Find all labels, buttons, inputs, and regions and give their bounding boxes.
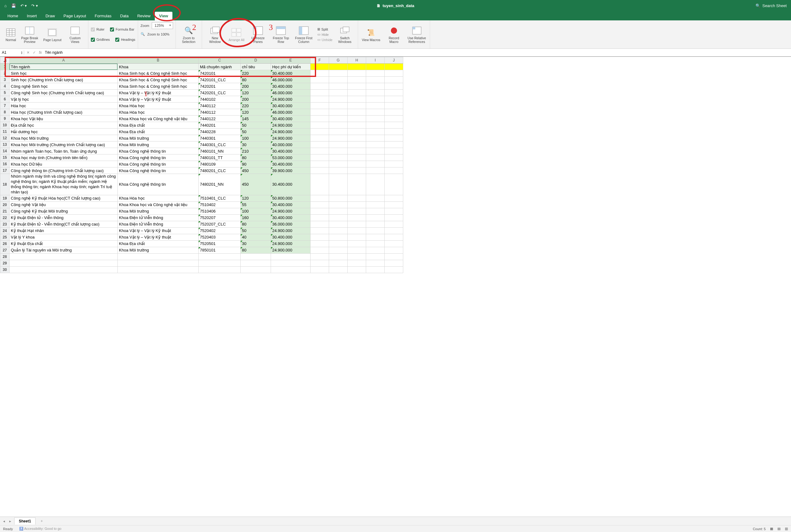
menu-tab-data[interactable]: Data xyxy=(116,12,133,20)
cell[interactable] xyxy=(329,266,347,273)
cell[interactable] xyxy=(347,168,366,174)
cell[interactable] xyxy=(347,77,366,83)
cell[interactable] xyxy=(366,161,385,168)
cell[interactable] xyxy=(310,221,329,227)
formula-input[interactable]: Tên ngành xyxy=(45,50,62,55)
cell[interactable] xyxy=(310,96,329,102)
cell[interactable] xyxy=(310,208,329,214)
cell[interactable] xyxy=(366,221,385,227)
cell[interactable]: Tên ngành xyxy=(10,64,118,70)
cell[interactable] xyxy=(347,109,366,116)
cell[interactable] xyxy=(347,154,366,161)
cell[interactable]: Hóa học xyxy=(10,102,118,109)
cell[interactable] xyxy=(385,214,403,221)
column-header-E[interactable]: E xyxy=(271,57,310,64)
cell[interactable]: Khoa Sinh học & Công nghệ Sinh học xyxy=(118,77,199,83)
column-header-F[interactable]: F xyxy=(310,57,329,64)
cell[interactable] xyxy=(329,195,347,202)
cell[interactable] xyxy=(329,214,347,221)
cell[interactable]: 7480201_NN xyxy=(199,174,241,195)
cell[interactable]: 120 xyxy=(241,90,271,96)
cell[interactable] xyxy=(347,174,366,195)
cell[interactable] xyxy=(385,116,403,122)
cell[interactable] xyxy=(310,102,329,109)
cell[interactable] xyxy=(366,109,385,116)
cell[interactable]: Vật lý Y khoa xyxy=(10,234,118,240)
cell[interactable] xyxy=(347,161,366,168)
cell[interactable]: 7520501 xyxy=(199,240,241,247)
cell[interactable] xyxy=(385,129,403,135)
cell[interactable]: Mã chuyên ngành xyxy=(199,64,241,70)
split-button[interactable]: ⊞Split xyxy=(317,27,333,31)
cell[interactable] xyxy=(310,129,329,135)
spreadsheet-grid[interactable]: 1 ◢ABCDEFGHIJ1Tên ngànhKhoaMã chuyên ngà… xyxy=(0,57,791,516)
cell[interactable]: 30.400.000 xyxy=(271,102,310,109)
cell[interactable] xyxy=(385,208,403,214)
row-header-14[interactable]: 14 xyxy=(0,148,10,154)
cell[interactable] xyxy=(366,135,385,141)
cell[interactable]: 100 xyxy=(241,208,271,214)
cell[interactable] xyxy=(10,260,118,266)
view-normal-icon[interactable]: ▦ xyxy=(770,527,773,531)
freeze-first-column-button[interactable]: Freeze First Column xyxy=(293,25,314,44)
column-header-A[interactable]: A xyxy=(10,57,118,64)
cell[interactable]: Khoa Hóa học xyxy=(118,102,199,109)
cell[interactable]: Sinh học xyxy=(10,70,118,77)
cell[interactable]: 120 xyxy=(241,109,271,116)
cell[interactable] xyxy=(366,102,385,109)
cell[interactable] xyxy=(329,253,347,260)
cell[interactable]: 24.900.000 xyxy=(271,208,310,214)
home-icon[interactable]: ⌂ xyxy=(4,3,7,8)
cell[interactable] xyxy=(310,260,329,266)
cell[interactable] xyxy=(385,168,403,174)
cell[interactable] xyxy=(329,161,347,168)
cell[interactable]: Khoa Địa chất xyxy=(118,240,199,247)
cell[interactable]: Công nghệ thông tin (Chương trình Chất l… xyxy=(10,168,118,174)
cell[interactable]: Khoa Hóa học xyxy=(118,195,199,202)
cell[interactable] xyxy=(310,122,329,129)
cell[interactable]: 53.000.000 xyxy=(271,154,310,161)
cell[interactable] xyxy=(199,253,241,260)
redo-icon[interactable]: ↷ ▾ xyxy=(31,3,38,8)
row-header-29[interactable]: 29 xyxy=(0,260,10,266)
cell[interactable] xyxy=(385,247,403,253)
cell[interactable]: 36.000.000 xyxy=(271,221,310,227)
cell[interactable]: Khoa Sinh học & Công nghệ Sinh học xyxy=(118,83,199,90)
cell[interactable] xyxy=(241,266,271,273)
cell[interactable] xyxy=(310,135,329,141)
cell[interactable] xyxy=(366,77,385,83)
cell[interactable]: Công nghệ Sinh học (Chương trình Chất lư… xyxy=(10,90,118,96)
cell[interactable]: Nhóm ngành máy tính và công nghệ thông t… xyxy=(10,174,118,195)
cell[interactable]: 7420201_CLC xyxy=(199,90,241,96)
cell[interactable] xyxy=(366,148,385,154)
cell[interactable]: Khoa Vật lý – Vật lý Kỹ thuật xyxy=(118,96,199,102)
cell[interactable]: 90 xyxy=(241,161,271,168)
cell[interactable] xyxy=(385,70,403,77)
cell[interactable] xyxy=(366,122,385,129)
cell[interactable] xyxy=(329,240,347,247)
cell[interactable]: Địa chất học xyxy=(10,122,118,129)
cell[interactable] xyxy=(310,266,329,273)
cell[interactable] xyxy=(329,109,347,116)
cell[interactable] xyxy=(366,202,385,208)
row-header-1[interactable]: 1 xyxy=(0,64,10,70)
cancel-formula-icon[interactable]: ✕ xyxy=(26,50,30,55)
cell[interactable]: Khoa Khoa học và Công nghệ vật liệu xyxy=(118,116,199,122)
cell[interactable]: 80 xyxy=(241,154,271,161)
row-header-6[interactable]: 6 xyxy=(0,96,10,102)
sheet-nav-prev[interactable]: ▸ xyxy=(8,519,12,524)
cell[interactable] xyxy=(310,240,329,247)
new-window-button[interactable]: New Window xyxy=(205,25,226,44)
arrange-all-button[interactable]: Arrange All xyxy=(227,26,246,43)
cell[interactable] xyxy=(329,135,347,141)
cell[interactable]: Hóa học (Chương trình Chất lượng cao) xyxy=(10,109,118,116)
normal-view-button[interactable]: Normal xyxy=(4,26,17,43)
cell[interactable] xyxy=(310,234,329,240)
record-macro-button[interactable]: Record Macro xyxy=(383,25,404,44)
cell[interactable]: 24.900.000 xyxy=(271,122,310,129)
headings-checkbox[interactable]: Headings xyxy=(115,37,135,42)
cell[interactable] xyxy=(329,90,347,96)
cell[interactable]: Khoa Sinh học & Công nghệ Sinh học xyxy=(118,70,199,77)
cell[interactable] xyxy=(199,260,241,266)
cell[interactable]: 160 xyxy=(241,214,271,221)
